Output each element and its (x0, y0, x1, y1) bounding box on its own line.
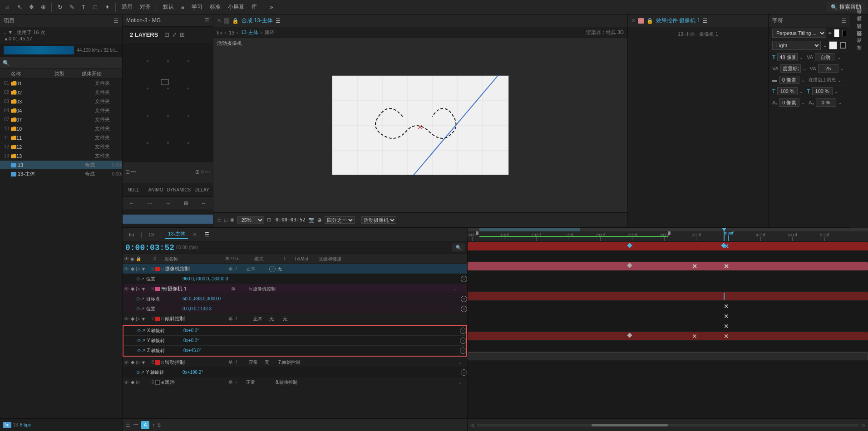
breadcrumb-13[interactable]: 13 (229, 30, 234, 35)
comp-toggle-icon[interactable]: ◉ (230, 217, 235, 223)
char-menu-icon[interactable]: ☰ (841, 18, 846, 24)
comp-zoom-select[interactable]: 25% 50% 100% (237, 216, 264, 224)
comp-menu-icon[interactable]: ☰ (276, 18, 281, 24)
tsuki-arrow[interactable]: ⌄ (838, 100, 842, 105)
solo-6[interactable]: ◆ (130, 286, 135, 292)
tab-fin[interactable]: fin (126, 231, 137, 238)
tsuki-input[interactable] (816, 98, 836, 107)
tl-expand-btn[interactable]: ☰ (125, 422, 130, 428)
graph-icon[interactable]: ⋯ (205, 169, 210, 175)
char-fill-color[interactable] (834, 29, 839, 37)
graph-7z[interactable]: ↗ (142, 348, 145, 353)
tl-row-7[interactable]: 👁 ◆ ▷ ▼ 7 □ 倾斜控制 单 / 正常 无 无 (123, 314, 467, 324)
tl-row-7-y[interactable]: ⊙ ↗ Y 轴旋转 0x+0.0° ○ (123, 336, 466, 346)
scale-h-input[interactable] (777, 87, 798, 95)
link-circle-5[interactable]: ○ (461, 276, 467, 282)
link-7x[interactable]: ○ (460, 328, 466, 334)
project-search-box[interactable]: 🔍 (0, 57, 122, 69)
effects-menu-icon[interactable]: ☰ (703, 18, 708, 24)
project-item-03[interactable]: 03 03 文件夹 (0, 97, 122, 106)
char-stroke-color[interactable] (842, 30, 846, 36)
resize-icon[interactable]: ⊡ (125, 169, 130, 175)
eye-9[interactable]: 👁 (123, 380, 130, 385)
workspace-library[interactable]: 库 (249, 3, 260, 11)
zoom-tool[interactable]: ⊕ (38, 2, 48, 12)
zoom-out-icon[interactable]: ◁ (470, 422, 474, 427)
tl-row-6-target[interactable]: ⊙ ↗ 目标点 50.0,-893.0,3000.0 ○ (123, 294, 467, 304)
lock-8[interactable]: ▷ (135, 359, 141, 365)
parent-arrow-6[interactable]: ⌄ (454, 286, 467, 291)
prop-val-7x[interactable]: 0x+0.0° (183, 328, 199, 333)
active-camera-select[interactable]: 活动摄像机 (361, 216, 396, 224)
tab-13main[interactable]: 13-主体 (165, 230, 188, 239)
project-item-11[interactable]: 11 11 文件夹 (0, 133, 122, 142)
keyframe-x-7x[interactable]: ✕ (724, 303, 729, 310)
font-size-input[interactable] (777, 53, 798, 61)
breadcrumb-huanjie[interactable]: 黑环 (265, 29, 275, 36)
stopwatch-7x[interactable]: ⊙ (137, 328, 141, 333)
solo-7[interactable]: ◆ (130, 316, 135, 322)
kerning-arrow[interactable]: ⌄ (803, 66, 806, 71)
timeline-zoom-slider[interactable] (477, 424, 859, 426)
workspace-default[interactable]: 默认 (160, 3, 177, 11)
view-quality-select[interactable]: 四分之一 二分之一 全 (325, 216, 355, 224)
breadcrumb-fin[interactable]: fin (217, 30, 222, 35)
baseline-arrow[interactable]: ⌄ (801, 100, 805, 105)
zoom-in-icon[interactable]: ▷ (862, 422, 865, 427)
pen-7[interactable]: / (236, 316, 242, 321)
timeline-ruler[interactable]: 0:00f 0:30f 1:00f 1:30f (468, 228, 868, 241)
graph-7y[interactable]: ↗ (142, 338, 145, 343)
graph-7x[interactable]: ↗ (142, 328, 145, 333)
tab-13[interactable]: 13 (146, 231, 157, 238)
solo-8[interactable]: ◆ (130, 359, 135, 365)
leading-input[interactable] (815, 53, 835, 61)
lock-5[interactable]: ▷ (135, 266, 141, 272)
tl-row-5-pos[interactable]: ⊙ ↗ 位置 960.0,7000.0,-18000.0 ○ (123, 274, 467, 284)
expand-frame-icon[interactable]: ⤢ (172, 31, 177, 38)
tl-search-box[interactable]: 🔍 (453, 244, 464, 251)
tracking-arrow[interactable]: ⌄ (840, 66, 844, 71)
tl-row-6[interactable]: 👁 ◆ ▷ ▼ 6 📷 摄像机 1 单 5.摄像机控制 ⌄ (123, 284, 467, 294)
project-search-input[interactable] (11, 60, 119, 66)
next-icon[interactable]: → (165, 200, 171, 206)
lock-icon[interactable]: 🔒 (232, 18, 239, 24)
color-wheel-icon[interactable]: ◕ (317, 217, 322, 223)
fill-mode-arrow[interactable]: ⌄ (838, 78, 841, 83)
text-tool[interactable]: T (79, 2, 89, 12)
panel-menu-icon[interactable]: ☰ (113, 18, 118, 24)
work-end[interactable] (668, 231, 671, 235)
project-item-13f[interactable]: 13 13 文件夹 (0, 152, 122, 161)
tl-menu[interactable]: ☰ (204, 231, 209, 238)
tl-row-6-pos[interactable]: ⊙ ↗ 位置 0.0,0.0,1133.3 ○ (123, 304, 467, 314)
tl-up-btn[interactable]: ↑ (152, 422, 155, 428)
workspace-small[interactable]: 小屏幕 (225, 3, 247, 11)
stopwatch-5[interactable]: ⊙ (136, 276, 140, 281)
fill-input[interactable] (779, 76, 799, 84)
fit-icon-bottom[interactable]: ⊡ (267, 217, 271, 223)
motion-menu-icon[interactable]: ☰ (204, 17, 209, 24)
keyframe-x-7y[interactable]: ✕ (724, 313, 729, 320)
search-help-box[interactable]: 🔍 搜索帮助 (827, 2, 865, 12)
more-icon[interactable]: ⊞ (195, 169, 200, 175)
stopwatch-7y[interactable]: ⊙ (137, 338, 141, 343)
prop-val-5[interactable]: 960.0,7000.0,-18000.0 (182, 276, 228, 281)
scale-v-arrow[interactable]: ⌄ (834, 89, 838, 94)
solo-5[interactable]: ◆ (130, 266, 135, 272)
tl-row-7-x[interactable]: ⊙ ↗ X 轴旋转 0x+0.0° ○ (123, 326, 466, 336)
parent-arrow-8[interactable]: ⌄ (458, 360, 467, 365)
tl-row-8-y[interactable]: ⊙ ↗ Y 轴旋转 0x+198.2° ○ (123, 367, 467, 377)
eye-6[interactable]: 👁 (123, 286, 130, 292)
keyframe-x-6-1[interactable]: ✕ (692, 263, 697, 270)
arrow-tool[interactable]: ↖ (15, 2, 25, 12)
pen-5[interactable]: / (236, 266, 242, 271)
home-icon[interactable]: ⌂ (3, 2, 13, 12)
puppet-tool[interactable]: ✦ (102, 2, 112, 12)
eyedropper-icon[interactable]: ✒ (828, 30, 832, 36)
last-icon[interactable]: ↔ (201, 200, 207, 206)
lock-7[interactable]: ▷ (135, 316, 141, 322)
link-6p[interactable]: ○ (461, 306, 467, 312)
workspace-standard[interactable]: 标准 (207, 3, 223, 11)
prop-val-7z[interactable]: 0x+45.0° (183, 348, 202, 353)
eye-5[interactable]: 👁 (123, 266, 130, 272)
collapse-6[interactable]: ▼ (141, 286, 146, 292)
